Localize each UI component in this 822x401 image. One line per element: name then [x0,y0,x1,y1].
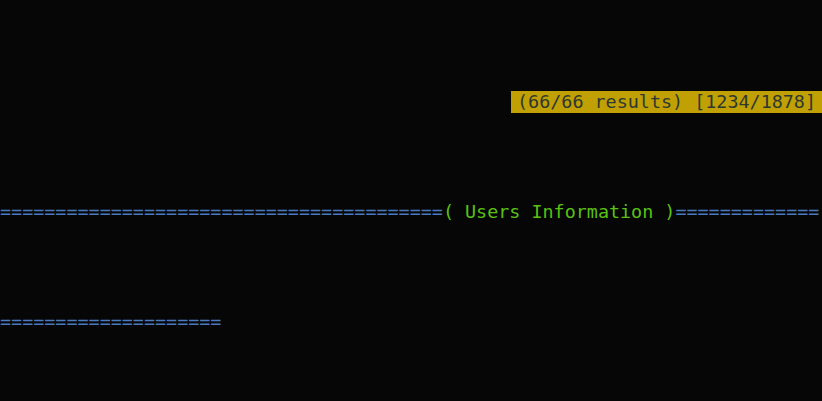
results-counter: (66/66 results) [1234/1878] [511,91,822,113]
banner-title: ( Users Information ) [443,201,676,222]
banner-eq-wrap: ==================== [0,311,221,332]
status-row: (66/66 results) [1234/1878] [0,91,822,113]
terminal-screen[interactable]: (66/66 results) [1234/1878] ============… [0,0,822,401]
section-banner-wrap: ==================== [0,311,822,333]
section-banner: ========================================… [0,201,822,223]
banner-eq-right: ============= [675,201,819,222]
banner-eq-left: ======================================== [0,201,443,222]
